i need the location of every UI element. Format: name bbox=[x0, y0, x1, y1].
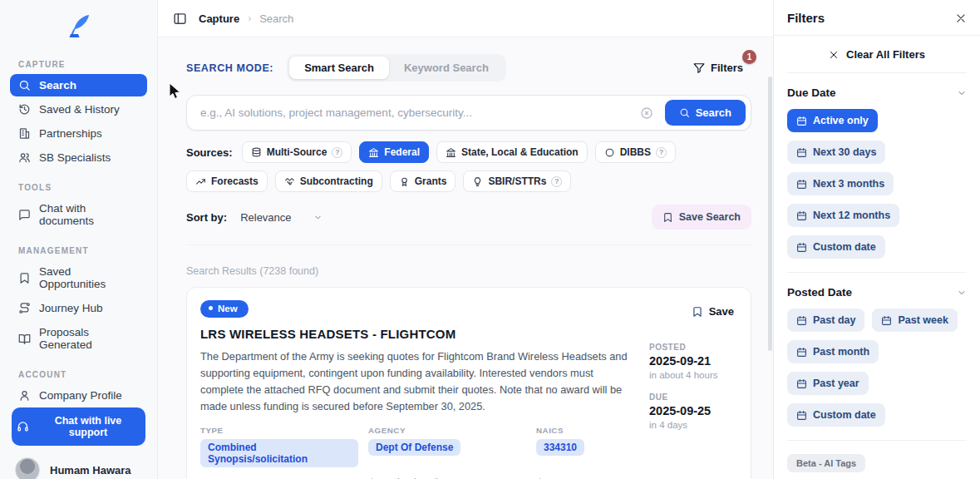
results-summary: Search Results (7238 found) bbox=[186, 265, 751, 277]
source-label: Grants bbox=[415, 175, 447, 187]
source-pill-state-local-education[interactable]: State, Local & Education bbox=[436, 141, 588, 163]
user-icon bbox=[18, 389, 31, 402]
x-icon bbox=[829, 50, 839, 60]
filter-section-header[interactable]: Posted Date bbox=[787, 286, 967, 299]
info-icon[interactable]: ? bbox=[551, 176, 562, 187]
filter-chip-label: Active only bbox=[813, 115, 869, 126]
breadcrumb-parent[interactable]: Capture bbox=[199, 12, 239, 25]
new-badge: New bbox=[200, 300, 249, 318]
source-pill-grants[interactable]: Grants bbox=[390, 170, 456, 192]
filter-chip-next-30-days[interactable]: Next 30 days bbox=[787, 141, 885, 164]
sidebar-item-saved-history[interactable]: Saved & History bbox=[10, 98, 147, 121]
sidebar-item-sb-specialists[interactable]: SB Specialists bbox=[10, 146, 147, 169]
source-label: Multi-Source bbox=[267, 146, 327, 158]
filter-chip-past-week[interactable]: Past week bbox=[872, 309, 957, 332]
filter-chip-past-day[interactable]: Past day bbox=[787, 309, 864, 332]
people-icon bbox=[18, 151, 31, 164]
search-icon bbox=[679, 107, 690, 118]
search-button[interactable]: Search bbox=[665, 100, 746, 126]
calendar-icon bbox=[796, 378, 807, 389]
posted-date-options: Past day Past week Past month Past year … bbox=[787, 309, 967, 427]
save-search-label: Save Search bbox=[679, 211, 741, 223]
circle-icon bbox=[604, 147, 615, 158]
source-pill-federal[interactable]: Federal bbox=[359, 141, 429, 163]
field-agency: AGENCY Dept Of Defense bbox=[368, 426, 526, 467]
app-logo-quill-icon bbox=[64, 12, 94, 42]
source-pill-multi-source[interactable]: Multi-Source ? bbox=[242, 141, 352, 163]
filter-chip-label: Past year bbox=[813, 378, 859, 389]
filter-chip-next-12-months[interactable]: Next 12 months bbox=[787, 204, 899, 227]
sidebar-item-saved-opportunities[interactable]: Saved Opportunities bbox=[10, 260, 147, 295]
field-value-tag[interactable]: 334310 bbox=[536, 439, 584, 456]
bookmark-icon bbox=[18, 272, 31, 284]
history-icon bbox=[18, 103, 31, 116]
support-button-label: Chat with live support bbox=[36, 415, 140, 438]
save-opportunity-button[interactable]: Save bbox=[688, 304, 737, 319]
sort-select[interactable]: Relevance bbox=[235, 208, 327, 227]
chevron-down-icon bbox=[957, 88, 967, 98]
save-search-button[interactable]: Save Search bbox=[652, 205, 751, 230]
clear-input-icon[interactable] bbox=[640, 106, 653, 120]
filter-chip-past-month[interactable]: Past month bbox=[787, 340, 879, 363]
source-pill-sbir-sttrs[interactable]: SBIR/STTRs ? bbox=[463, 170, 571, 192]
sidebar-section-management: MANAGEMENT bbox=[18, 246, 139, 255]
topbar: Capture › Search bbox=[158, 0, 773, 37]
calendar-icon bbox=[796, 347, 807, 358]
filter-chip-next-3-months[interactable]: Next 3 months bbox=[787, 172, 894, 195]
sidebar-item-search[interactable]: Search bbox=[10, 74, 147, 96]
sidebar-item-partnerships[interactable]: Partnerships bbox=[10, 122, 147, 145]
filter-chip-past-year[interactable]: Past year bbox=[787, 372, 869, 395]
filters-button[interactable]: Filters 1 bbox=[685, 57, 751, 79]
search-mode-row: SEARCH MODE: Smart Search Keyword Search… bbox=[186, 54, 751, 81]
user-profile-row[interactable]: Humam Hawara bbox=[15, 457, 142, 479]
search-button-label: Search bbox=[696, 106, 731, 119]
sidebar-item-label: Saved Opportunities bbox=[39, 265, 139, 290]
field-value-tag[interactable]: Combined Synopsis/solicitation bbox=[200, 439, 358, 467]
sidebar-item-journey-hub[interactable]: Journey Hub bbox=[10, 297, 147, 319]
filter-section-title: Posted Date bbox=[787, 286, 852, 299]
field-label: AGENCY bbox=[368, 426, 406, 435]
tab-keyword-search[interactable]: Keyword Search bbox=[389, 57, 504, 79]
layers-icon bbox=[251, 147, 262, 158]
handshake-icon bbox=[284, 176, 295, 187]
filter-chip-custom-date-posted[interactable]: Custom date bbox=[787, 403, 885, 427]
sidebar-toggle-icon[interactable] bbox=[173, 12, 187, 26]
result-card[interactable]: New LRS WIRELESS HEADSETS - FLIGHTCOM Th… bbox=[186, 287, 751, 479]
field-value-tag[interactable]: Dept Of Defense bbox=[368, 439, 460, 456]
result-card-main: New LRS WIRELESS HEADSETS - FLIGHTCOM Th… bbox=[200, 299, 636, 479]
filter-chip-label: Custom date bbox=[813, 409, 876, 421]
chat-live-support-button[interactable]: Chat with live support bbox=[12, 407, 145, 446]
sidebar-item-label: Partnerships bbox=[39, 127, 102, 140]
calendar-icon bbox=[796, 116, 807, 126]
source-pill-subcontracting[interactable]: Subcontracting bbox=[275, 170, 382, 192]
sidebar-item-chat-with-documents[interactable]: Chat with documents bbox=[10, 197, 147, 232]
sort-by-label: Sort by: bbox=[186, 211, 227, 224]
search-mode-label: SEARCH MODE: bbox=[186, 62, 273, 74]
sidebar-section-capture: CAPTURE bbox=[18, 60, 139, 69]
filters-panel-header: Filters bbox=[774, 11, 980, 36]
new-badge-label: New bbox=[218, 304, 238, 314]
source-pill-forecasts[interactable]: Forecasts bbox=[186, 170, 268, 192]
opportunity-title[interactable]: LRS WIRELESS HEADSETS - FLIGHTCOM bbox=[200, 327, 636, 341]
search-input[interactable] bbox=[200, 106, 633, 119]
sidebar-item-label: Chat with documents bbox=[39, 202, 139, 227]
tab-smart-search[interactable]: Smart Search bbox=[289, 57, 389, 79]
filter-section-header[interactable]: Due Date bbox=[787, 86, 967, 99]
posted-block: POSTED 2025-09-21 in about 4 hours bbox=[649, 343, 737, 380]
info-icon[interactable]: ? bbox=[656, 147, 667, 158]
sidebar-item-company-profile[interactable]: Company Profile bbox=[10, 384, 147, 407]
filter-chip-custom-date-due[interactable]: Custom date bbox=[787, 235, 885, 259]
sidebar-section-account: ACCOUNT bbox=[18, 370, 139, 379]
close-icon[interactable] bbox=[955, 12, 967, 24]
filter-chip-active-only[interactable]: Active only bbox=[787, 109, 878, 132]
info-icon[interactable]: ? bbox=[332, 147, 342, 158]
book-open-icon bbox=[18, 333, 31, 345]
main-scrollbar-thumb[interactable] bbox=[768, 77, 772, 351]
source-pill-dibbs[interactable]: DIBBS ? bbox=[595, 141, 676, 163]
clear-all-filters-button[interactable]: Clear All Filters bbox=[787, 36, 967, 73]
posted-relative: in about 4 hours bbox=[649, 370, 737, 380]
bookmark-icon bbox=[692, 306, 703, 318]
filters-button-label: Filters bbox=[711, 62, 743, 74]
funnel-icon bbox=[693, 62, 705, 74]
sidebar-item-proposals-generated[interactable]: Proposals Generated bbox=[10, 321, 147, 356]
